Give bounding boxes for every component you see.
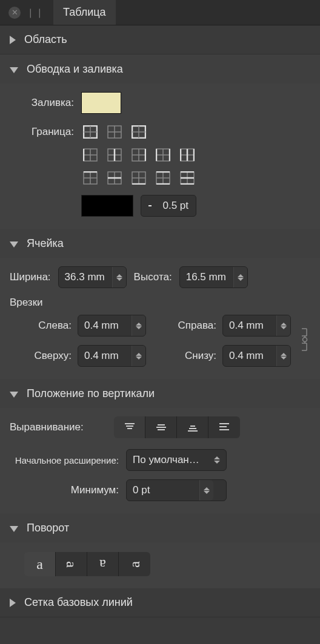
width-input[interactable] bbox=[65, 271, 112, 283]
section-title: Область bbox=[24, 33, 67, 46]
section-title: Сетка базовых линий bbox=[24, 596, 133, 609]
section-region[interactable]: Область bbox=[0, 25, 320, 54]
border-right-icon[interactable] bbox=[130, 146, 148, 163]
border-houter-icon[interactable] bbox=[154, 169, 172, 186]
inset-right-stepper[interactable] bbox=[222, 315, 291, 337]
fill-label: Заливка: bbox=[10, 97, 74, 109]
extension-popup[interactable]: По умолчан… bbox=[126, 449, 227, 471]
width-stepper[interactable] bbox=[58, 266, 127, 288]
border-left-icon[interactable] bbox=[81, 146, 99, 163]
rotate-270-button[interactable]: a bbox=[119, 552, 150, 576]
line-preview bbox=[148, 205, 152, 206]
stroke-color-swatch[interactable] bbox=[81, 195, 133, 217]
inset-left-stepper[interactable] bbox=[78, 315, 146, 337]
border-all-icon[interactable] bbox=[81, 123, 99, 140]
inset-bottom-label: Снизу: bbox=[169, 350, 216, 362]
tab-table[interactable]: Таблица bbox=[53, 0, 116, 25]
border-vall-icon[interactable] bbox=[178, 146, 196, 163]
section-stroke-fill[interactable]: Обводка и заливка bbox=[0, 54, 320, 84]
insets-label: Врезки bbox=[10, 297, 310, 309]
border-vouter-icon[interactable] bbox=[154, 146, 172, 163]
stroke-width-value: 0.5 pt bbox=[162, 200, 188, 212]
border-none-icon[interactable] bbox=[105, 123, 124, 140]
section-rotate[interactable]: Поворот bbox=[0, 513, 320, 542]
chevron-down-icon bbox=[10, 67, 18, 73]
minimum-stepper[interactable] bbox=[126, 479, 227, 501]
valign-bottom-button[interactable] bbox=[177, 416, 208, 438]
stroke-width-popup[interactable]: 0.5 pt bbox=[141, 195, 196, 217]
border-outer-icon[interactable] bbox=[130, 123, 148, 140]
inset-top-label: Сверху: bbox=[24, 350, 72, 362]
minimum-input[interactable] bbox=[133, 484, 199, 496]
section-title: Положение по вертикали bbox=[27, 387, 155, 400]
chevron-down-icon bbox=[10, 242, 18, 248]
height-stepper[interactable] bbox=[179, 266, 248, 288]
svg-point-51 bbox=[303, 337, 307, 341]
minimum-label: Минимум: bbox=[10, 484, 119, 496]
dock-icon: ❘❘ bbox=[27, 7, 45, 18]
inset-left-input[interactable] bbox=[84, 320, 132, 332]
rotate-90-button[interactable]: a bbox=[56, 552, 87, 576]
inset-bottom-input[interactable] bbox=[229, 350, 276, 362]
height-input[interactable] bbox=[186, 271, 233, 283]
section-title: Обводка и заливка bbox=[27, 63, 123, 76]
inset-left-label: Слева: bbox=[24, 320, 72, 332]
inset-top-input[interactable] bbox=[84, 350, 132, 362]
border-top-icon[interactable] bbox=[81, 169, 99, 186]
section-baseline-grid[interactable]: Сетка базовых линий bbox=[0, 588, 320, 617]
section-valign[interactable]: Положение по вертикали bbox=[0, 379, 320, 408]
chevron-down-icon bbox=[10, 526, 18, 532]
border-vcenter-icon[interactable] bbox=[105, 146, 124, 163]
link-lock-icon[interactable] bbox=[299, 325, 310, 357]
inset-right-input[interactable] bbox=[229, 320, 276, 332]
chevron-right-icon bbox=[10, 599, 16, 607]
inset-right-label: Справа: bbox=[169, 320, 216, 332]
border-bottom-icon[interactable] bbox=[130, 169, 148, 186]
border-label: Граница: bbox=[10, 123, 74, 138]
extension-value: По умолчан… bbox=[133, 454, 199, 466]
width-label: Ширина: bbox=[10, 271, 51, 283]
height-label: Высота: bbox=[134, 271, 172, 283]
chevron-right-icon bbox=[10, 36, 16, 44]
inset-top-stepper[interactable] bbox=[78, 345, 146, 367]
chevron-down-icon bbox=[10, 392, 18, 398]
valign-middle-button[interactable] bbox=[145, 416, 177, 438]
inset-bottom-stepper[interactable] bbox=[222, 345, 291, 367]
rotate-0-button[interactable]: a bbox=[24, 552, 56, 576]
section-title: Ячейка bbox=[27, 237, 64, 250]
section-title: Поворот bbox=[27, 522, 69, 534]
valign-justify-button[interactable] bbox=[208, 416, 240, 438]
extension-label: Начальное расширение: bbox=[10, 455, 119, 465]
close-button[interactable]: ✕ bbox=[8, 7, 21, 19]
align-label: Выравнивание: bbox=[10, 421, 107, 433]
section-cell[interactable]: Ячейка bbox=[0, 229, 320, 258]
border-hall-icon[interactable] bbox=[178, 169, 196, 186]
rotate-180-button[interactable]: a bbox=[87, 552, 119, 576]
tab-label: Таблица bbox=[63, 6, 106, 19]
border-hcenter-icon[interactable] bbox=[105, 169, 124, 186]
valign-top-button[interactable] bbox=[114, 416, 145, 438]
fill-color-swatch[interactable] bbox=[81, 92, 121, 114]
